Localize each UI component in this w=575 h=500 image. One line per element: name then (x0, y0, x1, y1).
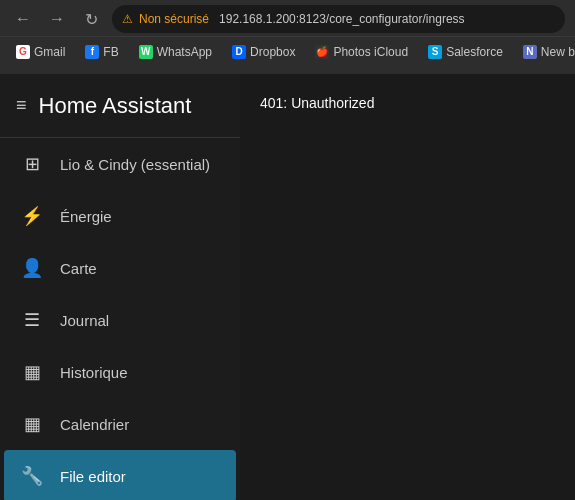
nav-bar: ← → ↻ ⚠ Non sécurisé 192.168.1.200:8123/… (0, 0, 575, 36)
photos-label: Photos iCloud (333, 45, 408, 59)
url-text: 192.168.1.200:8123/core_configurator/ing… (219, 12, 465, 26)
nav-item-logbook[interactable]: ☰ Journal (4, 294, 236, 346)
nav-item-calendar[interactable]: ▦ Calendrier (4, 398, 236, 450)
reload-button[interactable]: ↻ (78, 6, 104, 32)
photos-icon: 🍎 (315, 45, 329, 59)
history-icon: ▦ (20, 360, 44, 384)
salesforce-label: Salesforce (446, 45, 503, 59)
fb-label: FB (103, 45, 118, 59)
whatsapp-label: WhatsApp (157, 45, 212, 59)
nav-item-file-editor[interactable]: 🔧 File editor (4, 450, 236, 500)
file-editor-icon: 🔧 (20, 464, 44, 488)
new-building-icon: N (523, 45, 537, 59)
bookmark-photos[interactable]: 🍎Photos iCloud (307, 43, 416, 61)
main-content: 401: Unauthorized (240, 74, 575, 500)
error-text: 401: Unauthorized (260, 95, 374, 111)
browser-chrome: ← → ↻ ⚠ Non sécurisé 192.168.1.200:8123/… (0, 0, 575, 74)
file-editor-label: File editor (60, 468, 126, 485)
nav-items: ⊞ Lio & Cindy (essential) ⚡ Énergie 👤 Ca… (0, 138, 240, 500)
non-secure-label: Non sécurisé (139, 12, 209, 26)
sidebar: ≡ Home Assistant ⊞ Lio & Cindy (essentia… (0, 74, 240, 500)
new-building-label: New building (541, 45, 575, 59)
overview-label: Lio & Cindy (essential) (60, 156, 210, 173)
back-button[interactable]: ← (10, 6, 36, 32)
whatsapp-icon: W (139, 45, 153, 59)
bookmark-whatsapp[interactable]: WWhatsApp (131, 43, 220, 61)
sidebar-header: ≡ Home Assistant (0, 74, 240, 138)
warning-icon: ⚠ (122, 12, 133, 26)
address-bar[interactable]: ⚠ Non sécurisé 192.168.1.200:8123/core_c… (112, 5, 565, 33)
salesforce-icon: S (428, 45, 442, 59)
sidebar-title: Home Assistant (39, 93, 192, 119)
app-layout: ≡ Home Assistant ⊞ Lio & Cindy (essentia… (0, 74, 575, 500)
bookmark-gmail[interactable]: GGmail (8, 43, 73, 61)
nav-item-map[interactable]: 👤 Carte (4, 242, 236, 294)
dropbox-icon: D (232, 45, 246, 59)
history-label: Historique (60, 364, 128, 381)
dropbox-label: Dropbox (250, 45, 295, 59)
menu-icon[interactable]: ≡ (16, 95, 27, 116)
bookmark-new-building[interactable]: NNew building (515, 43, 575, 61)
calendar-label: Calendrier (60, 416, 129, 433)
calendar-icon: ▦ (20, 412, 44, 436)
overview-icon: ⊞ (20, 152, 44, 176)
nav-item-energy[interactable]: ⚡ Énergie (4, 190, 236, 242)
map-icon: 👤 (20, 256, 44, 280)
address-text: Non sécurisé 192.168.1.200:8123/core_con… (139, 12, 465, 26)
gmail-icon: G (16, 45, 30, 59)
nav-item-history[interactable]: ▦ Historique (4, 346, 236, 398)
bookmark-salesforce[interactable]: SSalesforce (420, 43, 511, 61)
bookmarks-bar: GGmailfFBWWhatsAppDDropbox🍎Photos iCloud… (0, 36, 575, 66)
bookmark-dropbox[interactable]: DDropbox (224, 43, 303, 61)
map-label: Carte (60, 260, 97, 277)
energy-icon: ⚡ (20, 204, 44, 228)
forward-button[interactable]: → (44, 6, 70, 32)
gmail-label: Gmail (34, 45, 65, 59)
logbook-label: Journal (60, 312, 109, 329)
fb-icon: f (85, 45, 99, 59)
logbook-icon: ☰ (20, 308, 44, 332)
bookmark-fb[interactable]: fFB (77, 43, 126, 61)
energy-label: Énergie (60, 208, 112, 225)
nav-item-overview[interactable]: ⊞ Lio & Cindy (essential) (4, 138, 236, 190)
